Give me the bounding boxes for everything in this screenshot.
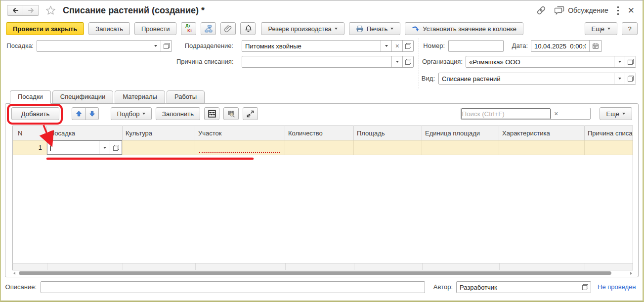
cell-culture[interactable] [123,140,195,155]
move-down-button[interactable] [85,107,99,120]
planting-open-button[interactable] [161,41,172,51]
number-label: Номер: [422,40,445,52]
planting-cell-open-button[interactable] [110,141,122,154]
column-header-n[interactable]: N [12,126,47,140]
tab-works[interactable]: Работы [167,90,205,103]
post-and-close-button[interactable]: Провести и закрыть [6,22,84,35]
department-input[interactable] [242,41,381,51]
cell-plot[interactable] [195,140,285,155]
add-row-button[interactable]: Добавить [11,107,59,120]
search-input[interactable] [461,108,551,119]
tab-materials[interactable]: Материалы [115,90,165,103]
cell-area-unit[interactable] [422,140,499,155]
caret-down-icon [103,147,106,149]
save-button[interactable]: Записать [88,22,130,35]
writeoff-reason-input[interactable] [242,56,391,67]
number-input[interactable] [449,41,503,51]
document-structure-button[interactable] [201,22,216,35]
attachments-button[interactable] [220,22,236,35]
print-button[interactable]: Печать [349,22,401,35]
kind-input[interactable] [439,73,614,84]
number-field [448,40,504,52]
posting-status-link[interactable]: Не проведен [598,281,636,293]
department-clear-button[interactable]: × [391,41,402,51]
more-button[interactable]: Еще [585,22,617,35]
date-calendar-button[interactable] [589,41,601,51]
table-header-row: N Посадка Культура Участок Количество Пл… [12,126,633,140]
barcode-scan-button[interactable] [223,107,239,120]
column-header-reason[interactable]: Причина списания [585,126,633,140]
tab-specifications[interactable]: Спецификации [52,90,114,103]
open-icon [628,76,634,82]
back-button[interactable] [7,5,23,16]
help-button[interactable]: ? [622,22,638,35]
kind-open-button[interactable] [625,73,636,84]
totals-button[interactable] [204,107,219,120]
resize-table-button[interactable] [243,107,258,120]
cell-reason[interactable] [585,140,633,155]
department-dropdown-button[interactable] [381,41,391,51]
tab-plantings[interactable]: Посадки [10,90,51,104]
scroll-left-arrow[interactable] [13,272,15,275]
kind-dropdown-button[interactable] [614,73,625,84]
writeoff-reason-open-button[interactable] [402,56,413,67]
author-open-button[interactable] [579,282,591,293]
set-column-value-button[interactable]: Установить значение в колонке [405,22,523,35]
table-footer-row [12,263,633,270]
production-reserve-button[interactable]: Резерв производства [261,22,344,35]
column-header-plot[interactable]: Участок [195,126,285,140]
writeoff-reason-dropdown-button[interactable] [391,56,402,67]
description-label: Описание: [5,281,37,293]
column-header-area-unit[interactable]: Единица площади [422,126,499,140]
organization-dropdown-button[interactable] [614,56,625,67]
move-up-button[interactable] [72,107,86,120]
favorite-star-icon[interactable] [45,5,56,15]
cell-quantity[interactable] [285,140,354,155]
date-input[interactable] [531,41,589,51]
planting-dropdown-button[interactable] [150,41,161,51]
post-button[interactable]: Провести [134,22,177,35]
forward-button[interactable] [23,5,39,16]
cell-planting[interactable] [47,140,123,155]
accounting-entries-button[interactable]: ДтКт [181,22,196,35]
command-bar: Провести и закрыть Записать Провести ДтК… [1,20,643,37]
forward-arrow-icon [27,6,35,14]
column-header-culture[interactable]: Культура [123,126,195,140]
blue-arrow-down-icon [89,110,95,117]
caret-down-icon [390,28,393,30]
scroll-right-arrow[interactable] [630,272,632,275]
caret-down-icon [618,61,621,63]
column-header-characteristic[interactable]: Характеристика [499,126,585,140]
planting-cell-input[interactable] [51,141,99,154]
close-icon[interactable]: ✕ [628,6,635,15]
planting-cell-dropdown-button[interactable] [99,141,110,154]
cell-row-number[interactable]: 1 [12,140,47,155]
search-clear-button[interactable]: × [551,108,561,119]
horizontal-scrollbar[interactable] [12,270,633,276]
scrollbar-thumb[interactable] [19,271,611,275]
column-header-planting[interactable]: Посадка [47,126,123,140]
organization-input[interactable] [466,56,614,67]
planting-input[interactable] [37,41,150,51]
grid-more-button[interactable]: Еще [600,107,632,120]
department-open-button[interactable] [402,41,413,51]
organization-open-button[interactable] [625,56,636,67]
link-icon[interactable] [536,5,546,15]
menu-dots-icon[interactable] [617,6,619,15]
table-empty-area[interactable] [12,155,633,263]
plantings-table: N Посадка Культура Участок Количество Пл… [12,126,633,155]
cell-area[interactable] [354,140,422,155]
pick-button[interactable]: Подбор [111,107,152,120]
table-row[interactable]: 1 [12,140,633,155]
fill-button[interactable]: Заполнить [156,107,200,120]
cell-characteristic[interactable] [499,140,585,155]
writeoff-reason-field [242,56,414,68]
column-header-area[interactable]: Площадь [354,126,422,140]
author-input[interactable] [457,282,579,293]
description-input[interactable] [41,282,425,293]
reminder-button[interactable] [240,22,256,35]
writeoff-reason-label: Причина списания: [176,56,233,68]
column-header-quantity[interactable]: Количество [285,126,354,140]
discussion-button[interactable]: Обсуждение [555,6,608,15]
title-bar: Списание растений (создание) * Обсуждени… [1,0,643,20]
